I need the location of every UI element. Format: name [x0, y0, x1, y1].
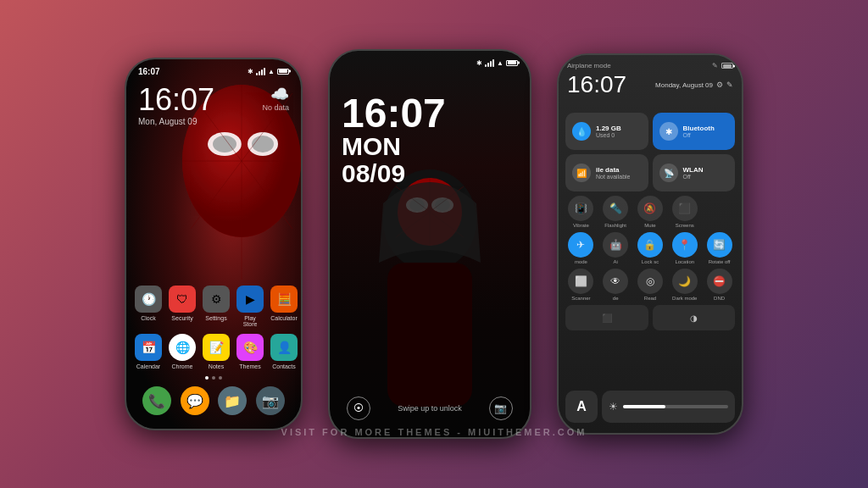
cc-ai-wrap: 🤖 Ai — [600, 232, 632, 264]
battery-icon-p1 — [277, 69, 289, 75]
cc-screens-btn[interactable]: ⬛ — [672, 196, 698, 221]
dock-camera[interactable]: 📷 — [256, 386, 285, 415]
cc-mobile-icon: 📶 — [572, 164, 591, 182]
cc-extra-tile-1[interactable]: ⬛ — [565, 305, 648, 330]
cc-vibrate-btn[interactable]: 📳 — [568, 196, 593, 221]
page-dot-active — [205, 376, 209, 380]
app-settings-label: Settings — [205, 315, 226, 321]
app-calendar[interactable]: 📅 Calendar — [135, 334, 162, 369]
cc-battery-icon — [721, 63, 733, 69]
dock-p1: 📞 💬 📁 📷 — [138, 386, 289, 415]
app-settings[interactable]: ⚙ Settings — [203, 286, 230, 327]
app-clock[interactable]: 🕐 Clock — [135, 286, 162, 327]
airplane-mode-label: Airplane mode — [567, 62, 611, 69]
cc-ai-btn[interactable]: 🤖 — [603, 232, 628, 258]
cc-date-icons: Monday, August 09 ⚙ ✎ — [655, 80, 733, 89]
cc-bottom-bar: A ☀ — [565, 391, 735, 423]
cc-storage-size: 1.29 GB — [596, 125, 621, 132]
status-bar-phone1: 16:07 ✱ ▲ — [126, 59, 301, 80]
cc-storage-tile[interactable]: 💧 1.29 GB Used 0 — [565, 113, 648, 150]
cc-screens-wrap: ⬛ Screens — [669, 196, 700, 228]
cc-settings-icon[interactable]: ⚙ — [716, 80, 723, 89]
app-security-label: Security — [171, 315, 192, 321]
cc-mobile-tile[interactable]: 📶 ile data Not available — [565, 154, 648, 191]
dock-phone[interactable]: 📞 — [142, 386, 171, 415]
app-themes-icon: 🎨 — [236, 334, 264, 361]
cc-bluetooth-label: Bluetooth — [683, 125, 715, 132]
dock-files[interactable]: 📁 — [218, 386, 247, 415]
cc-darkmode-btn[interactable]: 🌙 — [672, 269, 698, 294]
cc-mute-btn[interactable]: 🔕 — [637, 196, 663, 221]
cc-brightness-slider[interactable]: ☀ — [602, 391, 735, 423]
cc-storage-sub: Used 0 — [596, 132, 621, 138]
app-chrome[interactable]: 🌐 Chrome — [169, 334, 196, 369]
cc-edit-icon: ✎ — [712, 62, 718, 69]
app-security[interactable]: 🛡 Security — [169, 286, 196, 327]
app-clock-icon: 🕐 — [135, 286, 162, 313]
cc-small-row-2: ✈ mode 🤖 Ai 🔒 Lock sc 📍 Location — [565, 232, 735, 264]
app-grid-p1: 🕐 Clock 🛡 Security ⚙ Settings ▶ Play Sto… — [135, 286, 292, 369]
cc-bluetooth-tile[interactable]: ✱ Bluetooth Off — [653, 113, 736, 150]
cc-locksc-wrap: 🔒 Lock sc — [635, 232, 666, 264]
app-playstore[interactable]: ▶ Play Store — [236, 286, 264, 327]
cc-airplane-wrap: ✈ mode — [565, 232, 597, 264]
cc-extra-tile-row: ⬛ ◑ — [565, 305, 735, 330]
cc-darkmode-wrap: 🌙 Dark mode — [669, 269, 700, 301]
app-contacts-icon: 👤 — [270, 334, 298, 361]
app-playstore-label: Play Store — [236, 315, 264, 327]
clock-time-p1: 16:07 — [138, 85, 214, 115]
cc-rotate-btn[interactable]: 🔄 — [707, 232, 732, 258]
cc-ai-label: Ai — [614, 259, 618, 264]
page-dots-p1 — [205, 376, 222, 380]
cc-flashlight-label: Flashlight — [604, 223, 626, 228]
cc-wlan-label: WLAN — [683, 166, 704, 174]
cc-location-btn[interactable]: 📍 — [672, 232, 698, 258]
app-themes[interactable]: 🎨 Themes — [236, 334, 264, 369]
cc-bluetooth-sub: Off — [683, 132, 715, 138]
cc-rotate-wrap: 🔄 Rotate off — [704, 232, 735, 264]
cc-location-label: Location — [675, 259, 694, 264]
cc-tile-row-2: 📶 ile data Not available 📡 WLAN Off — [565, 154, 735, 191]
dock-messages[interactable]: 💬 — [181, 386, 209, 415]
cc-time: 16:07 — [567, 71, 626, 98]
cc-dnd-wrap: ⛔ DND — [704, 269, 735, 301]
cc-edit2-icon[interactable]: ✎ — [726, 80, 733, 89]
cc-wlan-tile[interactable]: 📡 WLAN Off — [653, 154, 736, 191]
cc-mute-wrap: 🔕 Mute — [635, 196, 666, 228]
cc-rotate-label: Rotate off — [709, 259, 731, 264]
brightness-track — [623, 405, 728, 408]
cc-extra-tile-2[interactable]: ◑ — [653, 305, 736, 330]
app-settings-icon: ⚙ — [203, 286, 230, 313]
cc-locksc-label: Lock sc — [642, 259, 659, 264]
app-contacts[interactable]: 👤 Contacts — [270, 334, 298, 369]
cc-wlan-info: WLAN Off — [683, 166, 704, 180]
cc-read-btn[interactable]: ◎ — [637, 269, 663, 294]
brightness-icon: ☀ — [609, 401, 618, 413]
phone-home: 16:07 ✱ ▲ 16:07 — [125, 58, 303, 430]
cc-de-btn[interactable]: 👁 — [603, 269, 628, 294]
cc-wlan-icon: 📡 — [659, 164, 678, 182]
cc-mobile-label: ile data — [596, 166, 630, 174]
phone-control-center: Airplane mode ✎ 16:07 Monday, August 09 … — [557, 53, 743, 435]
cc-a-button[interactable]: A — [565, 391, 598, 423]
app-notes-label: Notes — [209, 363, 224, 369]
lock-photo-icon[interactable]: 📷 — [489, 396, 513, 420]
weather-widget-p1: ☁️ No data — [262, 85, 289, 112]
app-calculator[interactable]: 🧮 Calculator — [270, 286, 298, 327]
cc-airplane-label: mode — [575, 259, 587, 264]
watermark: VISIT FOR MORE THEMES - MIUITHEMER.COM — [281, 427, 587, 437]
app-notes[interactable]: 📝 Notes — [203, 334, 230, 369]
cc-scanner-wrap: ⬜ Scanner — [565, 269, 597, 301]
cc-flashlight-btn[interactable]: 🔦 — [603, 196, 628, 221]
cc-airplane-btn[interactable]: ✈ — [568, 232, 593, 258]
lock-camera-icon[interactable]: ⦿ — [347, 396, 370, 420]
phone-lock: ✱ ▲ 16:07 MON 08/09 — [328, 49, 531, 439]
cc-date-text: Monday, August 09 — [655, 81, 713, 89]
cc-vibrate-wrap: 📳 Vibrate — [565, 196, 597, 228]
cc-scanner-btn[interactable]: ⬜ — [568, 269, 593, 294]
weather-icon-p1: ☁️ — [262, 85, 289, 103]
battery-icon-p2 — [506, 60, 518, 66]
cc-dnd-btn[interactable]: ⛔ — [707, 269, 732, 294]
cc-locksc-btn[interactable]: 🔒 — [637, 232, 663, 258]
wifi-icon-p1: ▲ — [268, 68, 275, 75]
